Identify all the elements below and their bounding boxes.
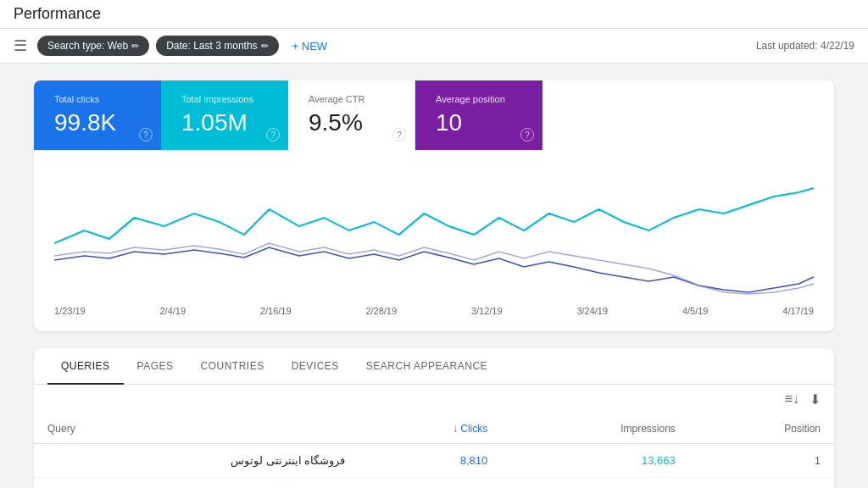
download-icon[interactable]: ⬇ (810, 391, 821, 408)
cell-impressions-0: 13,663 (501, 444, 689, 478)
queries-card: QUERIES PAGES COUNTRIES DEVICES SEARCH A… (34, 348, 834, 488)
metric-total-clicks[interactable]: Total clicks 99.8K ? (34, 80, 161, 150)
edit-icon-2: ✏ (261, 41, 269, 52)
title-bar: Performance (0, 0, 868, 29)
tab-queries[interactable]: QUERIES (47, 348, 124, 384)
cell-impressions-1: 3,987 (501, 478, 689, 489)
help-icon-ctr[interactable]: ? (392, 128, 406, 141)
cell-query-1: مرکز فروش آب داب (34, 478, 359, 489)
filter-icon[interactable]: ≡↓ (785, 391, 799, 408)
cell-clicks-1: 3,707 (359, 478, 501, 489)
table-row: مرکز فروش آب داب 3,707 3,987 3.6 (34, 478, 834, 489)
help-icon-clicks[interactable]: ? (139, 128, 153, 141)
hamburger-icon[interactable]: ☰ (14, 36, 27, 55)
metric-position-value: 10 (436, 109, 522, 136)
metrics-row: Total clicks 99.8K ? Total impressions 1… (34, 80, 834, 150)
metric-impressions-value: 1.05M (181, 109, 268, 136)
date-label-6: 3/24/19 (576, 306, 608, 316)
chart-dates: 1/23/19 2/4/19 2/16/19 2/28/19 3/12/19 3… (54, 302, 814, 323)
chart-area: 1/23/19 2/4/19 2/16/19 2/28/19 3/12/19 3… (34, 150, 834, 331)
date-label: Date: Last 3 months (166, 40, 257, 52)
col-header-clicks[interactable]: ↓ Clicks (359, 414, 501, 444)
new-label: + NEW (292, 40, 328, 53)
date-label-2: 2/4/19 (160, 306, 186, 316)
cell-position-1: 3.6 (689, 478, 834, 489)
tabs-row: QUERIES PAGES COUNTRIES DEVICES SEARCH A… (34, 348, 834, 385)
queries-table: Query ↓ Clicks Impressions Position فروش… (34, 414, 834, 488)
chart-container (54, 167, 814, 302)
sort-arrow-icon: ↓ (453, 423, 460, 435)
search-type-label: Search type: Web (47, 40, 128, 52)
metric-average-ctr[interactable]: Average CTR 9.5% ? (288, 80, 415, 150)
help-icon-position[interactable]: ? (520, 128, 534, 141)
date-label-4: 2/28/19 (365, 306, 397, 316)
col-header-position: Position (689, 414, 834, 444)
metric-ctr-value: 9.5% (309, 109, 394, 136)
col-header-impressions: Impressions (501, 414, 689, 444)
metric-position-label: Average position (436, 94, 522, 104)
last-updated: Last updated: 4/22/19 (756, 40, 854, 52)
date-label-7: 4/5/19 (682, 306, 709, 316)
date-label-3: 2/16/19 (260, 306, 292, 316)
tab-countries[interactable]: COUNTRIES (186, 348, 277, 384)
date-filter[interactable]: Date: Last 3 months ✏ (156, 36, 278, 56)
tab-devices[interactable]: DEVICES (278, 348, 353, 384)
table-header-row: Query ↓ Clicks Impressions Position (34, 414, 834, 444)
performance-chart (54, 167, 814, 302)
edit-icon: ✏ (131, 41, 139, 52)
search-type-filter[interactable]: Search type: Web ✏ (37, 36, 149, 56)
new-button[interactable]: + NEW (286, 36, 335, 56)
page-title: Performance (14, 5, 101, 22)
cell-clicks-0: 8,810 (359, 444, 501, 478)
main-content: Total clicks 99.8K ? Total impressions 1… (0, 64, 868, 488)
metric-total-impressions[interactable]: Total impressions 1.05M ? (161, 80, 288, 150)
cell-position-0: 1 (689, 444, 834, 478)
metrics-card: Total clicks 99.8K ? Total impressions 1… (34, 80, 834, 331)
filter-bar: ☰ Search type: Web ✏ Date: Last 3 months… (0, 29, 868, 64)
metric-impressions-label: Total impressions (181, 94, 268, 104)
table-toolbar: ≡↓ ⬇ (34, 385, 834, 414)
date-label-8: 4/17/19 (782, 306, 814, 316)
help-icon-impressions[interactable]: ? (266, 128, 280, 141)
tab-search-appearance[interactable]: SEARCH APPEARANCE (353, 348, 501, 384)
date-label-5: 3/12/19 (471, 306, 503, 316)
metric-clicks-label: Total clicks (54, 94, 141, 104)
tab-pages[interactable]: PAGES (124, 348, 187, 384)
metric-average-position[interactable]: Average position 10 ? (415, 80, 542, 150)
col-header-query: Query (34, 414, 359, 444)
metric-ctr-label: Average CTR (309, 94, 394, 104)
metric-clicks-value: 99.8K (54, 109, 141, 136)
table-row: فروشگاه اینترنتی لوتوس 8,810 13,663 1 (34, 444, 834, 478)
cell-query-0: فروشگاه اینترنتی لوتوس (34, 444, 359, 478)
date-label-1: 1/23/19 (54, 306, 86, 316)
